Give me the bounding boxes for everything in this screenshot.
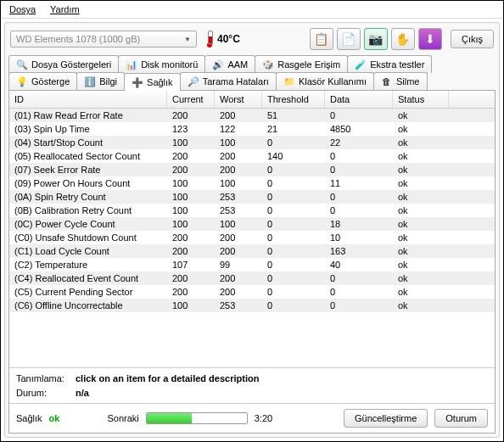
tab-klasör-kullanımı[interactable]: 📁Klasör Kullanımı xyxy=(276,72,374,90)
table-row[interactable]: (04) Start/Stop Count100100022ok xyxy=(9,136,495,149)
camera-icon-button[interactable]: 📷 xyxy=(364,28,388,50)
cell-wor: 122 xyxy=(215,122,262,136)
cell-wor: 100 xyxy=(215,176,262,190)
tab-ekstra-testler[interactable]: 🧪Ekstra testler xyxy=(347,55,432,73)
table-row[interactable]: (C0) Unsafe Shutdown Count200200010ok xyxy=(9,231,495,244)
cell-sta: ok xyxy=(393,149,449,163)
table-row[interactable]: (C5) Current Pending Sector20020000ok xyxy=(9,285,495,299)
tab-label: Sağlık xyxy=(147,77,173,87)
col-threshold[interactable]: Threshold xyxy=(262,91,325,108)
exit-button[interactable]: Çıkış xyxy=(451,30,494,48)
col-id[interactable]: ID xyxy=(9,91,167,108)
cell-id: (03) Spin Up Time xyxy=(9,122,167,136)
cell-wor: 200 xyxy=(215,149,262,163)
cell-dat: 0 xyxy=(325,149,393,163)
cell-id: (C4) Reallocated Event Count xyxy=(9,271,167,285)
tab-tarama-hataları[interactable]: 🔎Tarama Hataları xyxy=(180,72,277,90)
cell-wor: 253 xyxy=(215,299,262,312)
drive-select[interactable]: WD Elements 1078 (1000 gB) ▼ xyxy=(10,31,197,48)
cell-id: (0C) Power Cycle Count xyxy=(9,217,167,231)
copy-icon-button[interactable]: 📋 xyxy=(310,28,333,50)
cell-cur: 200 xyxy=(167,109,215,122)
cell-dat: 18 xyxy=(325,217,393,231)
clipboard-icon-button[interactable]: 📄 xyxy=(337,28,361,50)
cell-cur: 200 xyxy=(167,271,215,285)
cell-id: (C0) Unsafe Shutdown Count xyxy=(9,231,167,244)
cell-cur: 100 xyxy=(167,176,215,190)
col-status[interactable]: Status xyxy=(393,91,449,108)
cell-dat: 0 xyxy=(325,109,393,122)
drive-select-label: WD Elements 1078 (1000 gB) xyxy=(16,34,140,44)
cell-wor: 100 xyxy=(215,217,262,231)
cell-thr: 0 xyxy=(262,163,325,176)
tab-icon: ➕ xyxy=(132,76,143,88)
table-row[interactable]: (0C) Power Cycle Count100100018ok xyxy=(9,217,495,231)
cell-id: (C5) Current Pending Sector xyxy=(9,285,167,299)
cell-id: (C2) Temperature xyxy=(9,258,167,271)
smart-table[interactable]: (01) Raw Read Error Rate200200510ok(03) … xyxy=(9,109,495,367)
cell-wor: 200 xyxy=(215,231,262,244)
tab-gösterge[interactable]: 💡Gösterge xyxy=(8,72,77,90)
tab-rasgele-erişim[interactable]: 🎲Rasgele Erişim xyxy=(255,55,348,73)
session-button[interactable]: Oturum xyxy=(434,409,488,428)
tab-disk-monitorü[interactable]: 📊Disk monitorü xyxy=(118,55,205,73)
cell-thr: 0 xyxy=(262,244,325,258)
update-button[interactable]: Güncelleştirme xyxy=(344,409,428,428)
table-row[interactable]: (C1) Load Cycle Count2002000163ok xyxy=(9,244,495,258)
tab-aam[interactable]: 🔊AAM xyxy=(204,55,255,73)
temperature-display: 40°C xyxy=(205,31,240,48)
table-row[interactable]: (05) Reallocated Sector Count2002001400o… xyxy=(9,149,495,163)
cell-id: (C1) Load Cycle Count xyxy=(9,244,167,258)
tab-label: Tarama Hataları xyxy=(203,76,269,87)
cell-thr: 140 xyxy=(262,149,325,163)
health-value: ok xyxy=(49,413,60,423)
table-row[interactable]: (0A) Spin Retry Count10025300ok xyxy=(9,190,495,204)
cell-cur: 100 xyxy=(167,299,215,312)
chevron-down-icon: ▼ xyxy=(184,36,191,43)
table-row[interactable]: (01) Raw Read Error Rate200200510ok xyxy=(9,109,495,122)
cell-sta: ok xyxy=(393,190,449,204)
table-row[interactable]: (C6) Offline Uncorrectable10025300ok xyxy=(9,299,495,312)
cell-sta: ok xyxy=(393,217,449,231)
col-worst[interactable]: Worst xyxy=(215,91,262,108)
col-data[interactable]: Data xyxy=(325,91,393,108)
tab-silme[interactable]: 🗑Silme xyxy=(373,72,428,90)
download-icon-button[interactable]: ⬇ xyxy=(418,28,442,50)
cell-dat: 22 xyxy=(325,136,393,149)
cell-dat: 4850 xyxy=(325,122,393,136)
cell-dat: 10 xyxy=(325,231,393,244)
cell-thr: 51 xyxy=(262,109,325,122)
menu-file[interactable]: Dosya xyxy=(9,4,36,14)
table-row[interactable]: (07) Seek Error Rate20020000ok xyxy=(9,163,495,176)
cell-dat: 0 xyxy=(325,190,393,204)
cell-thr: 0 xyxy=(262,204,325,217)
cell-thr: 0 xyxy=(262,190,325,204)
table-row[interactable]: (0B) Calibration Retry Count10025300ok xyxy=(9,204,495,217)
cell-cur: 100 xyxy=(167,190,215,204)
menu-help[interactable]: Yardım xyxy=(50,4,80,14)
cell-dat: 0 xyxy=(325,271,393,285)
tab-icon: 📊 xyxy=(126,59,137,70)
cell-sta: ok xyxy=(393,136,449,149)
cell-sta: ok xyxy=(393,109,449,122)
tab-label: Dosya Göstergeleri xyxy=(31,59,111,70)
table-row[interactable]: (09) Power On Hours Count100100011ok xyxy=(9,176,495,190)
tab-icon: 🗑 xyxy=(381,76,393,87)
tab-icon: 🧪 xyxy=(355,59,367,70)
table-row[interactable]: (C2) Temperature10799040ok xyxy=(9,258,495,271)
tab-bilgi[interactable]: ℹ️Bilgi xyxy=(76,72,125,90)
cell-cur: 100 xyxy=(167,217,215,231)
tab-label: Klasör Kullanımı xyxy=(299,76,367,87)
cell-wor: 100 xyxy=(215,136,262,149)
table-row[interactable]: (03) Spin Up Time123122214850ok xyxy=(9,122,495,136)
glove-icon-button[interactable]: ✋ xyxy=(391,28,415,50)
table-row[interactable]: (C4) Reallocated Event Count20020000ok xyxy=(9,271,495,285)
cell-cur: 200 xyxy=(167,163,215,176)
tab-dosya-göstergeleri[interactable]: 🔍Dosya Göstergeleri xyxy=(8,55,119,73)
col-current[interactable]: Current xyxy=(167,91,215,108)
tab-sağlık[interactable]: ➕Sağlık xyxy=(124,73,181,91)
cell-thr: 0 xyxy=(262,136,325,149)
cell-sta: ok xyxy=(393,231,449,244)
tab-label: Rasgele Erişim xyxy=(277,59,340,70)
table-header: ID Current Worst Threshold Data Status xyxy=(9,91,495,109)
